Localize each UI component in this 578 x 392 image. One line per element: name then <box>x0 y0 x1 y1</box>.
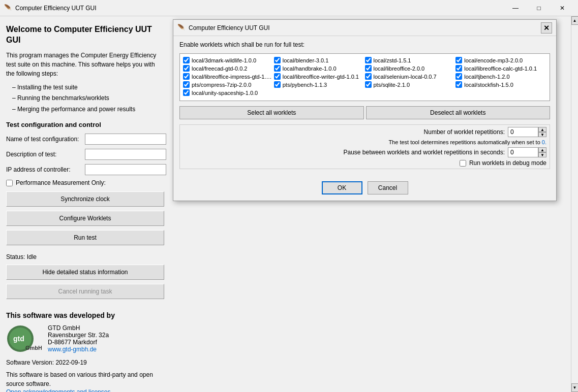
maximize-button[interactable]: □ <box>527 0 551 16</box>
pause-down-button[interactable]: ▼ <box>538 152 546 157</box>
worklet-row-1: local/3dmark-wildlife-1.0.0 local/blende… <box>183 57 546 63</box>
worklet-label-10: local/selenium-local-0.0.7 <box>374 74 437 80</box>
worklet-col-4-3: pts/sqlite-2.1.0 <box>365 81 456 88</box>
pause-spinner: ▲ ▼ <box>538 147 546 157</box>
step-3: – Merging the performance and power resu… <box>12 104 164 115</box>
repetitions-input[interactable] <box>508 127 538 137</box>
section-title: Test configuration and control <box>6 121 164 128</box>
developer-section: This software was developed by gtd GmbH … <box>6 311 164 392</box>
app-title: Computer Efficiency UUT GUI <box>15 5 504 12</box>
description-input[interactable] <box>85 149 166 160</box>
title-bar: 🪶 Computer Efficiency UUT GUI — □ ✕ <box>0 0 578 16</box>
worklet-label-3: local/encode-mp3-2.0.0 <box>464 57 523 63</box>
pause-input[interactable] <box>508 147 538 157</box>
ok-button[interactable]: OK <box>322 181 362 194</box>
worklet-col-3-1: local/libreoffice-impress-gtd-1.0.1 <box>183 73 274 80</box>
worklet-checkbox-10[interactable] <box>365 73 372 80</box>
dialog-footer: OK Cancel <box>173 176 556 201</box>
hide-status-button[interactable]: Hide detailed status information <box>6 265 164 280</box>
minimize-button[interactable]: — <box>504 0 527 16</box>
worklet-label-16: local/unity-spaceship-1.0.0 <box>192 90 258 96</box>
description-row: Description of test: <box>6 149 164 160</box>
worklet-checkbox-11[interactable] <box>455 73 462 80</box>
worklet-checkbox-5[interactable] <box>274 65 281 72</box>
repetitions-up-button[interactable]: ▲ <box>538 127 546 132</box>
worklet-col-5-1: local/unity-spaceship-1.0.0 <box>183 89 274 96</box>
worklet-col-2-2: local/handbrake-1.0.0 <box>274 65 365 72</box>
cancel-button[interactable]: Cancel <box>368 181 408 194</box>
ip-row: IP address of controller: <box>6 164 164 175</box>
worklet-label-1: local/blender-3.0.1 <box>283 57 329 63</box>
sync-clock-button[interactable]: Synchronize clock <box>6 191 164 207</box>
worklet-checkbox-2[interactable] <box>365 57 372 63</box>
cancel-task-button[interactable]: Cancel running task <box>6 284 164 299</box>
worklet-col-2-3: local/libreoffice-2.0.0 <box>365 65 456 72</box>
left-panel: Welcome to Computer Efficiency UUT GUI T… <box>0 16 170 392</box>
ip-label: IP address of controller: <box>6 166 85 173</box>
ip-input[interactable] <box>85 164 166 175</box>
worklet-col-5-2 <box>274 89 365 96</box>
worklet-col-4-2: pts/pybench-1.1.3 <box>274 81 365 88</box>
worklet-checkbox-1[interactable] <box>274 57 281 63</box>
scroll-up-arrow[interactable]: ▲ <box>571 16 579 25</box>
status-text: Status: Idle <box>6 253 164 260</box>
run-test-button[interactable]: Run test <box>6 230 164 245</box>
worklet-checkbox-8[interactable] <box>183 73 190 80</box>
worklet-col-4-4: local/stockfish-1.5.0 <box>455 81 546 88</box>
performance-only-checkbox[interactable] <box>6 180 13 186</box>
worklet-checkbox-6[interactable] <box>365 65 372 72</box>
worklet-col-3-3: local/selenium-local-0.0.7 <box>365 73 456 80</box>
worklet-label-6: local/libreoffice-2.0.0 <box>374 66 425 72</box>
repetitions-row: Number of worklet repetitions: ▲ ▼ <box>183 127 546 137</box>
worklet-checkbox-9[interactable] <box>274 73 281 80</box>
worklet-checkbox-12[interactable] <box>183 81 190 88</box>
worklet-label-4: local/freecad-gtd-0.0.2 <box>192 66 247 72</box>
worklet-row-2: local/freecad-gtd-0.0.2 local/handbrake-… <box>183 65 546 72</box>
worklet-row-4: pts/compress-7zip-2.0.0 pts/pybench-1.1.… <box>183 81 546 88</box>
software-version: Software Version: 2022-09-19 <box>6 359 164 366</box>
name-row: Name of test configuration: <box>6 134 164 145</box>
dialog-body: Enable worklets which shall be run for f… <box>173 36 556 176</box>
acknowledgements-link[interactable]: Open acknowledgements and licenses. <box>6 388 112 392</box>
worklet-label-5: local/handbrake-1.0.0 <box>283 66 337 72</box>
configure-worklets-button[interactable]: Configure Worklets <box>6 211 164 226</box>
select-buttons-row: Select all worklets Deselect all worklet… <box>179 106 550 119</box>
worklet-checkbox-15[interactable] <box>455 81 462 88</box>
name-input[interactable] <box>85 134 166 145</box>
repetitions-spinner: ▲ ▼ <box>538 127 546 137</box>
worklet-checkbox-16[interactable] <box>183 89 190 96</box>
description-text: This program manages the Computer Energy… <box>6 51 164 78</box>
developer-title: This software was developed by <box>6 311 164 319</box>
welcome-title: Welcome to Computer Efficiency UUT GUI <box>6 24 164 46</box>
scroll-down-arrow[interactable]: ▼ <box>571 383 579 392</box>
dialog-close-button[interactable]: ✕ <box>541 22 552 34</box>
worklet-col-5-4 <box>455 89 546 96</box>
settings-section: Number of worklet repetitions: ▲ ▼ The t… <box>179 124 550 169</box>
worklet-label-2: local/zstd-1.5.1 <box>374 57 411 63</box>
debug-mode-checkbox[interactable] <box>460 160 466 167</box>
worklet-checkbox-4[interactable] <box>183 65 190 72</box>
pause-input-wrap: ▲ ▼ <box>508 147 546 157</box>
deselect-all-button[interactable]: Deselect all worklets <box>366 106 551 119</box>
company-address1: Ravensburger Str. 32a <box>48 332 109 339</box>
repetitions-down-button[interactable]: ▼ <box>538 132 546 137</box>
worklet-checkbox-7[interactable] <box>455 65 462 72</box>
worklet-label-7: local/libreoffice-calc-gtd-1.0.1 <box>464 66 537 72</box>
select-all-button[interactable]: Select all worklets <box>179 106 364 119</box>
worklet-row-3: local/libreoffice-impress-gtd-1.0.1 loca… <box>183 73 546 80</box>
pause-label: Pause between worklets and worklet repet… <box>183 149 508 156</box>
close-button[interactable]: ✕ <box>551 0 574 16</box>
worklet-checkbox-14[interactable] <box>365 81 372 88</box>
company-info: GTD GmbH Ravensburger Str. 32a D-88677 M… <box>48 324 109 353</box>
configure-worklets-dialog: 🪶 Computer Efficiency UUT GUI ✕ Enable w… <box>173 19 557 201</box>
worklet-checkbox-3[interactable] <box>455 57 462 63</box>
worklets-grid: local/3dmark-wildlife-1.0.0 local/blende… <box>179 53 550 101</box>
worklet-checkbox-13[interactable] <box>274 81 281 88</box>
worklet-checkbox-0[interactable] <box>183 57 190 63</box>
pause-up-button[interactable]: ▲ <box>538 147 546 152</box>
debug-row: Run worklets in debug mode <box>183 159 546 167</box>
company-url-link[interactable]: www.gtd-gmbh.de <box>48 346 97 353</box>
repetitions-input-wrap: ▲ ▼ <box>508 127 546 137</box>
dialog-subtitle: Enable worklets which shall be run for f… <box>179 41 550 48</box>
worklet-col-1-3: local/zstd-1.5.1 <box>365 57 456 63</box>
